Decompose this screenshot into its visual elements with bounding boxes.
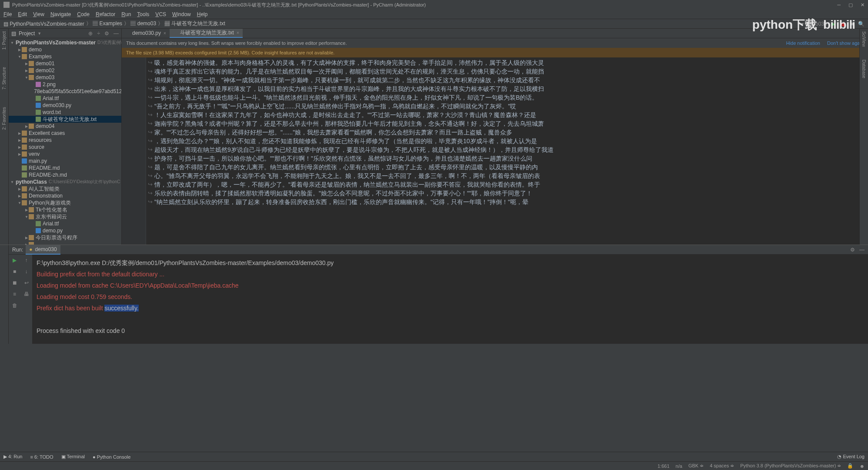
- stop-icon[interactable]: ■: [851, 21, 854, 27]
- dont-show-again-link[interactable]: Don't show again: [827, 40, 864, 46]
- run-exit-line: Process finished with exit code 0: [37, 325, 864, 336]
- tree-node[interactable]: ▶demo01: [9, 60, 121, 67]
- hide-notification-link[interactable]: Hide notification: [786, 40, 820, 46]
- tree-node[interactable]: ▶demo: [9, 46, 121, 53]
- status-indent[interactable]: 4 spaces ≑: [710, 463, 734, 469]
- event-log-button[interactable]: ◔ Event Log: [837, 454, 865, 460]
- run-icon[interactable]: ▶: [831, 21, 835, 27]
- up-icon[interactable]: ↑: [25, 257, 28, 263]
- trash-icon[interactable]: 🗑: [12, 302, 17, 309]
- menu-help[interactable]: Help: [197, 11, 208, 17]
- left-tool-structure[interactable]: 7: Structure: [2, 67, 7, 90]
- print-icon[interactable]: 🖶: [24, 291, 29, 297]
- tree-node[interactable]: main.py: [9, 158, 121, 164]
- editor-text[interactable]: ↪吸，感觉着神体的强健。原本与肉身格格不入的灵魂，有了大成神体的支撑，终于和肉身…: [148, 58, 861, 206]
- status-encoding[interactable]: GBK ≑: [688, 463, 704, 469]
- tree-node[interactable]: demo.py: [9, 227, 121, 234]
- tree-node[interactable]: demo030.py: [9, 102, 121, 109]
- editor-line: ↪出来，这神体一成也算是厚积薄发了，以我目前的实力相当于斗破世界里的斗宗巅峰，并…: [148, 84, 861, 93]
- editor-tab[interactable]: demo030.py×: [122, 28, 170, 38]
- tree-root[interactable]: ▼PythonPlantsVsZombies-masterD:\优秀案例\dem: [9, 39, 121, 46]
- tree-node[interactable]: ▶AI人工智能类: [9, 185, 121, 192]
- menu-tools[interactable]: Tools: [137, 11, 149, 17]
- left-tool-favorites[interactable]: 2: Favorites: [2, 107, 7, 130]
- editor-tab[interactable]: 斗破苍穹之纳兰无敌.txt×: [170, 28, 243, 38]
- right-tool-sciview[interactable]: SciView: [861, 31, 866, 47]
- tree-node[interactable]: ▼京东书籍词云: [9, 213, 121, 220]
- todo-tool-button[interactable]: ≡ 6: TODO: [30, 454, 53, 460]
- close-button[interactable]: ✕: [861, 2, 865, 8]
- minimize-button[interactable]: ─: [837, 2, 841, 8]
- tree-node[interactable]: Arial.ttf: [9, 220, 121, 227]
- menu-code[interactable]: Code: [77, 11, 90, 17]
- menu-vcs[interactable]: VCS: [155, 11, 166, 17]
- down-icon[interactable]: ↓: [25, 269, 28, 275]
- locate-icon[interactable]: ⊕: [88, 30, 93, 37]
- editor-tabs: demo030.py×斗破苍穹之纳兰无敌.txt×: [122, 29, 868, 38]
- left-tool-project[interactable]: 1: Project: [2, 31, 7, 50]
- run-output[interactable]: F:\python38\python.exe D:/优秀案例/demo01/Py…: [32, 255, 868, 344]
- terminal-tool-button[interactable]: ▣ Terminal: [61, 454, 85, 460]
- run-tool-button[interactable]: ▶ 4: Run: [3, 454, 22, 460]
- gear-icon[interactable]: ⚙: [104, 30, 109, 37]
- tree-root[interactable]: ▼pythonClassC:\Users\EDY\Desktop\文件\pyth…: [9, 178, 121, 185]
- tree-node[interactable]: ▼demo03: [9, 74, 121, 81]
- close-icon[interactable]: ×: [237, 30, 239, 35]
- breadcrumb-item[interactable]: ▤ PythonPlantsVsZombies-master: [3, 21, 84, 27]
- chevron-down-icon[interactable]: ▼: [37, 31, 41, 36]
- tree-node[interactable]: word.txt: [9, 109, 121, 116]
- debug-icon[interactable]: 🐞: [840, 21, 846, 27]
- menu-run[interactable]: Run: [121, 11, 131, 17]
- tree-node[interactable]: ▶今日彩票选号程序: [9, 234, 121, 241]
- maximize-button[interactable]: ▢: [848, 2, 853, 8]
- lock-icon[interactable]: 🔒: [847, 463, 853, 469]
- menu-navigate[interactable]: Navigate: [50, 11, 71, 17]
- tree-node[interactable]: README-zh.md: [9, 171, 121, 178]
- rerun-icon[interactable]: ▶: [13, 257, 17, 263]
- collapse-icon[interactable]: ÷: [97, 30, 100, 37]
- status-position[interactable]: 1:661: [658, 463, 670, 469]
- tree-node[interactable]: 斗破苍穹之纳兰无敌.txt: [9, 116, 121, 123]
- tree-node[interactable]: Arial.ttf: [9, 95, 121, 102]
- run-config-selector[interactable]: ▾ demo030: [801, 21, 827, 27]
- tree-node[interactable]: ▼Examples: [9, 53, 121, 60]
- gear-icon[interactable]: ⚙: [850, 247, 855, 253]
- right-tool-database[interactable]: Database: [861, 60, 866, 78]
- tree-node[interactable]: ▶demo04: [9, 123, 121, 130]
- close-icon[interactable]: ×: [164, 31, 166, 36]
- stop-icon[interactable]: ■: [13, 269, 16, 275]
- hide-icon[interactable]: —: [114, 30, 119, 37]
- tree-node[interactable]: ▶Demonstration: [9, 192, 121, 199]
- hide-icon[interactable]: —: [859, 247, 865, 253]
- project-tree[interactable]: ▼PythonPlantsVsZombies-masterD:\优秀案例\dem…: [9, 38, 121, 252]
- tree-node[interactable]: ▶resources: [9, 137, 121, 144]
- inspector-icon[interactable]: ☻: [859, 463, 865, 469]
- tree-node[interactable]: ▶venv: [9, 151, 121, 158]
- editor[interactable]: ↪吸，感觉着神体的强健。原本与肉身格格不入的灵魂，有了大成神体的支撑，终于和肉身…: [122, 57, 868, 252]
- tree-node[interactable]: ▼Python兴趣游戏类: [9, 199, 121, 206]
- tree-node[interactable]: 2.png: [9, 81, 121, 88]
- tree-node[interactable]: 78eba05f5fa55ccb5f1ee6ae97abd512.jpeg: [9, 88, 121, 95]
- editor-line: ↪"吾之前方，再无敌手！""呱"一只乌鸦从上空飞过......只见纳兰嫣然伸出手…: [148, 102, 861, 111]
- breadcrumb-item[interactable]: 〉 ▤ demo03: [124, 20, 156, 27]
- breadcrumb-item[interactable]: 〉 ▤ Examples: [86, 20, 122, 27]
- exit-icon[interactable]: ⏹: [12, 280, 17, 286]
- menu-file[interactable]: File: [3, 11, 12, 17]
- tree-node[interactable]: README.md: [9, 164, 121, 171]
- tree-node[interactable]: ▶source: [9, 144, 121, 151]
- menu-refactor[interactable]: Refactor: [96, 11, 115, 17]
- menu-view[interactable]: View: [33, 11, 44, 17]
- tree-node[interactable]: ▶demo02: [9, 67, 121, 74]
- search-icon[interactable]: 🔍: [858, 21, 865, 27]
- menu-window[interactable]: Window: [172, 11, 191, 17]
- breadcrumb-item[interactable]: 〉 ▦ 斗破苍穹之纳兰无敌.txt: [158, 20, 225, 27]
- layout-icon[interactable]: ≡: [13, 291, 16, 297]
- status-interpreter[interactable]: Python 3.8 (PythonPlantsVsZombies-master…: [740, 463, 841, 469]
- breadcrumb: ▤ PythonPlantsVsZombies-master〉 ▤ Exampl…: [3, 20, 225, 27]
- menu-edit[interactable]: Edit: [18, 11, 27, 17]
- tree-node[interactable]: ▶Excellent cases: [9, 130, 121, 137]
- run-tab[interactable]: ● demo030: [26, 245, 60, 255]
- wrap-icon[interactable]: ↩: [24, 280, 29, 286]
- console-tool-button[interactable]: ● Python Console: [93, 454, 130, 460]
- tree-node[interactable]: ▶Tk个性化签名: [9, 206, 121, 213]
